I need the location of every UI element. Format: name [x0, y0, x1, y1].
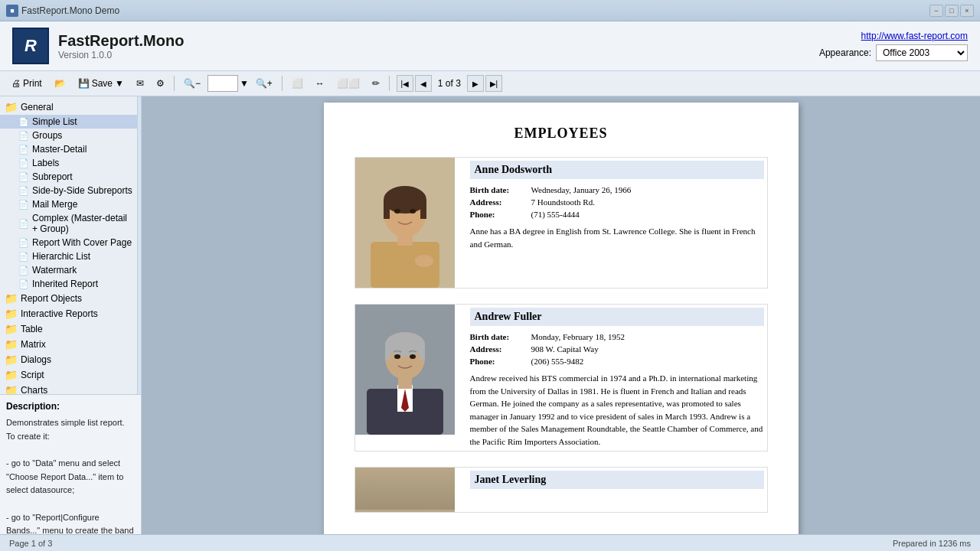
sidebar-item-master-detail[interactable]: 📄 Master-Detail — [0, 142, 137, 156]
folder-icon-report-objects: 📁 — [5, 292, 18, 305]
birthdate-value-2: Monday, February 18, 1952 — [531, 332, 625, 341]
whole-page-button[interactable]: ⬜ — [286, 74, 309, 93]
zoom-in-button[interactable]: 🔍+ — [250, 74, 278, 93]
svg-rect-17 — [385, 344, 390, 360]
sidebar: 📁 General 📄 Simple List 📄 Groups 📄 Maste… — [0, 96, 138, 394]
prev-page-button[interactable]: ◀ — [415, 75, 432, 92]
sidebar-item-sidebyside[interactable]: 📄 Side-by-Side Subreports — [0, 184, 137, 197]
employee-card-3: Janet Leverling — [354, 467, 768, 513]
info-address-1: Address: 7 Houndstooth Rd. — [470, 197, 764, 207]
phone-value-1: (71) 555-4444 — [531, 210, 580, 219]
last-page-button[interactable]: ▶| — [485, 75, 502, 92]
app-title-group: FastReport.Mono Version 1.0.0 — [58, 32, 184, 60]
settings-icon: ⚙ — [156, 78, 165, 89]
folder-open-icon: 📂 — [54, 78, 66, 89]
sidebar-folder-charts[interactable]: 📁 Charts — [0, 383, 137, 394]
sidebar-item-cover[interactable]: 📄 Report With Cover Page — [0, 236, 137, 249]
toolbar: 🖨 Print 📂 💾 Save ▼ ✉ ⚙ 🔍− 88% ▼ 🔍+ — [0, 71, 980, 96]
sidebar-item-complex[interactable]: 📄 Complex (Master-detail + Group) — [0, 211, 137, 236]
report-scroll-area[interactable]: EMPLOYEES — [142, 96, 980, 534]
sidebar-folder-charts-label: Charts — [21, 385, 47, 394]
whole-page-icon: ⬜ — [292, 78, 303, 89]
appearance-select[interactable]: Office 2003 Office 2007 Classic — [876, 44, 968, 61]
next-page-button[interactable]: ▶ — [467, 75, 484, 92]
main-content: 📁 General 📄 Simple List 📄 Groups 📄 Maste… — [0, 96, 980, 534]
employee-photo-svg-3 — [355, 510, 455, 513]
employee-card-1: Anne Dodsworth Birth date: Wednesday, Ja… — [354, 157, 768, 289]
close-button[interactable]: × — [960, 5, 974, 17]
page-navigation: |◀ ◀ 1 of 3 ▶ ▶| — [397, 75, 502, 92]
app-logo: R — [12, 28, 49, 64]
zoom-input[interactable]: 88% — [207, 75, 238, 92]
employee-name-1: Anne Dodsworth — [470, 161, 764, 179]
folder-icon-dialogs: 📁 — [5, 354, 18, 366]
settings-button[interactable]: ⚙ — [151, 74, 170, 93]
print-button[interactable]: 🖨 Print — [6, 74, 47, 93]
printer-icon: 🖨 — [11, 78, 21, 89]
employee-card-2: Andrew Fuller Birth date: Monday, Februa… — [354, 304, 768, 452]
zoom-out-button[interactable]: 🔍− — [178, 74, 206, 93]
doc-icon-complex: 📄 — [18, 219, 29, 229]
svg-point-4 — [384, 186, 426, 214]
restore-button[interactable]: □ — [945, 5, 959, 17]
sidebar-folder-table[interactable]: 📁 Table — [0, 321, 137, 337]
email-button[interactable]: ✉ — [131, 74, 149, 93]
website-link[interactable]: http://www.fast-report.com — [861, 31, 968, 41]
sidebar-folder-script-label: Script — [21, 370, 44, 380]
sidebar-folder-script[interactable]: 📁 Script — [0, 367, 137, 383]
employee-photo-3 — [355, 468, 455, 513]
employee-bio-1: Anne has a BA degree in English from St.… — [470, 225, 764, 250]
doc-icon-master-detail: 📄 — [18, 145, 29, 155]
birthdate-label-1: Birth date: — [470, 185, 531, 194]
sidebar-folder-dialogs[interactable]: 📁 Dialogs — [0, 352, 137, 367]
sidebar-folder-report-objects[interactable]: 📁 Report Objects — [0, 291, 137, 306]
employee-photo-svg-1 — [355, 158, 455, 288]
sidebar-item-subreport[interactable]: 📄 Subreport — [0, 170, 137, 184]
edit-button[interactable]: ✏ — [367, 74, 385, 93]
sidebar-folder-matrix[interactable]: 📁 Matrix — [0, 337, 137, 352]
toolbar-sep-3 — [389, 76, 390, 91]
app-header: R FastReport.Mono Version 1.0.0 http://w… — [0, 21, 980, 71]
doc-icon-labels: 📄 — [18, 158, 29, 168]
phone-value-2: (206) 555-9482 — [531, 357, 584, 366]
app-name: FastReport.Mono — [58, 32, 184, 50]
sidebar-folder-interactive[interactable]: 📁 Interactive Reports — [0, 306, 137, 321]
svg-rect-5 — [384, 200, 390, 219]
header-left: R FastReport.Mono Version 1.0.0 — [12, 28, 184, 64]
sidebar-item-simple-list[interactable]: 📄 Simple List — [0, 115, 137, 129]
two-pages-icon: ⬜⬜ — [337, 78, 360, 89]
svg-rect-18 — [420, 344, 425, 360]
sidebar-item-mailmerge[interactable]: 📄 Mail Merge — [0, 197, 137, 211]
doc-icon-inherited: 📄 — [18, 279, 29, 289]
sidebar-item-hierarchic[interactable]: 📄 Hierarchic List — [0, 249, 137, 263]
birthdate-label-2: Birth date: — [470, 332, 531, 341]
save-button[interactable]: 💾 Save ▼ — [73, 74, 129, 93]
sidebar-folder-matrix-label: Matrix — [21, 339, 46, 350]
page-width-button[interactable]: ↔ — [310, 74, 330, 93]
toolbar-sep-2 — [282, 76, 283, 91]
sidebar-item-groups[interactable]: 📄 Groups — [0, 129, 137, 142]
folder-icon-interactive: 📁 — [5, 308, 18, 320]
sidebar-folder-general[interactable]: 📁 General — [0, 99, 137, 115]
svg-point-20 — [410, 354, 416, 359]
doc-icon-sidebyside: 📄 — [18, 186, 29, 196]
open-button[interactable]: 📂 — [49, 74, 71, 93]
doc-icon-mailmerge: 📄 — [18, 200, 29, 210]
info-birthdate-1: Birth date: Wednesday, January 26, 1966 — [470, 185, 764, 194]
edit-icon: ✏ — [372, 78, 380, 89]
employee-info-2: Andrew Fuller Birth date: Monday, Februa… — [467, 305, 767, 451]
employee-photo-1 — [355, 158, 455, 288]
sidebar-item-inherited[interactable]: 📄 Inherited Report — [0, 277, 137, 291]
two-pages-button[interactable]: ⬜⬜ — [332, 74, 365, 93]
first-page-button[interactable]: |◀ — [397, 75, 413, 92]
sidebar-folder-general-label: General — [21, 102, 54, 112]
info-birthdate-2: Birth date: Monday, February 18, 1952 — [470, 332, 764, 341]
header-right: http://www.fast-report.com Appearance: O… — [819, 31, 968, 61]
doc-icon-simple-list: 📄 — [18, 117, 29, 127]
sidebar-item-labels[interactable]: 📄 Labels — [0, 156, 137, 170]
sidebar-item-watermark[interactable]: 📄 Watermark — [0, 263, 137, 277]
folder-icon-table: 📁 — [5, 323, 18, 335]
window-controls: − □ × — [929, 5, 974, 17]
minimize-button[interactable]: − — [929, 5, 943, 17]
address-value-1: 7 Houndstooth Rd. — [531, 197, 595, 207]
